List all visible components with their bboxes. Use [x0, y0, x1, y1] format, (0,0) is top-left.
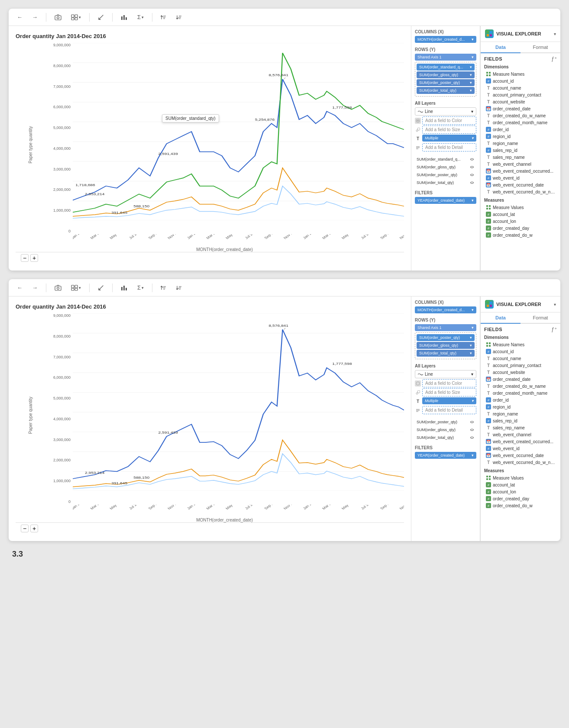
field-web-event-occurred-dow-2[interactable]: T web_event_occurred_do_w_na... [484, 459, 557, 466]
field-order-created-day-2[interactable]: # order_created_day [484, 495, 557, 502]
shared-axis-label-1[interactable]: Shared Axis 1 ▾ [415, 54, 476, 61]
field-account-id-2[interactable]: # account_id [484, 348, 557, 355]
ve-chevron-1[interactable]: ▾ [554, 32, 556, 36]
field-order-created-dow[interactable]: # order_created_do_w [484, 232, 557, 238]
field-account-name-2[interactable]: T account_name [484, 355, 557, 362]
row-gloss-2[interactable]: SUM(order_gloss_qty)▾ [417, 342, 475, 349]
field-web-event-occurred-date[interactable]: 📅 web_event_occurred_date [484, 181, 557, 188]
field-order-created-dow-name[interactable]: T order_created_do_w_name [484, 112, 557, 119]
field-account-website-2[interactable]: T account_website [484, 369, 557, 376]
field-order-created-dow-2[interactable]: # order_created_do_w [484, 502, 557, 509]
shared-axis-label-2[interactable]: Shared Axis 1 ▾ [415, 324, 476, 331]
color-field-1[interactable]: Add a field to Color [422, 116, 476, 125]
layer-type-dropdown-2[interactable]: Line ▾ [415, 370, 476, 378]
field-sales-rep-name[interactable]: T sales_rep_name [484, 154, 557, 161]
field-sales-rep-name-2[interactable]: T sales_rep_name [484, 424, 557, 431]
measure-row-total-1[interactable]: SUM(order_total_qty) [415, 179, 476, 186]
detail-field-1[interactable]: Add a field to Detail [422, 143, 476, 151]
layout-button[interactable]: ▾ [68, 13, 84, 22]
back-button[interactable]: ← [14, 12, 26, 22]
row-standard-1[interactable]: SUM(order_standard_q...▾ [417, 64, 475, 71]
field-web-event-created-occurred-2[interactable]: 📅 web_event_created_occurred... [484, 438, 557, 445]
field-account-primary-contact-2[interactable]: T account_primary_contact [484, 362, 557, 369]
row-poster-2[interactable]: SUM(order_poster_qty)▾ [417, 334, 475, 341]
sort-asc-button-2[interactable] [158, 283, 170, 293]
tab-data-1[interactable]: Data [481, 42, 521, 53]
field-web-event-occurred-dow[interactable]: T web_event_occurred_do_w_na... [484, 188, 557, 195]
row-total-1[interactable]: SUM(order_total_qty)▾ [417, 87, 475, 94]
sort-asc-button[interactable] [158, 13, 170, 22]
ve-chevron-2[interactable]: ▾ [554, 302, 556, 307]
capture-button[interactable] [52, 13, 65, 22]
sort-desc-button[interactable] [173, 13, 185, 22]
field-account-lon-2[interactable]: # account_lon [484, 488, 557, 495]
chart-button-2[interactable] [118, 283, 131, 293]
filter-item-2[interactable]: YEAR(order_created_date) ▾ [415, 452, 476, 459]
sort-desc-button-2[interactable] [173, 283, 185, 293]
size-field-2[interactable]: Add a field to Size [422, 388, 476, 396]
row-poster-1[interactable]: SUM(order_poster_qty)▾ [417, 79, 475, 86]
zoom-out-button-2[interactable]: − [21, 525, 29, 532]
back-button-2[interactable]: ← [14, 283, 26, 293]
zoom-out-button-1[interactable]: − [21, 254, 29, 262]
tab-format-1[interactable]: Format [521, 42, 560, 52]
measure-row-total-2-display[interactable]: SUM(order_total_qty) [415, 434, 476, 441]
field-sales-rep-id-2[interactable]: # sales_rep_id [484, 417, 557, 424]
field-order-created-dow-name-2[interactable]: T order_created_do_w_name [484, 383, 557, 390]
col-item-1[interactable]: MONTH(order_created_d...▾ [415, 36, 476, 43]
sigma-button-2[interactable]: Σ▾ [134, 283, 147, 293]
size-field-1[interactable]: Add a field to Size [422, 126, 476, 134]
pivot-button-2[interactable] [95, 283, 107, 293]
sigma-button[interactable]: Σ▾ [134, 12, 147, 22]
field-account-primary-contact[interactable]: T account_primary_contact [484, 91, 557, 98]
field-region-id-2[interactable]: # region_id [484, 403, 557, 410]
field-web-event-occurred-date-2[interactable]: 📅 web_event_occurred_date [484, 452, 557, 459]
field-account-lat-2[interactable]: # account_lat [484, 481, 557, 488]
field-measure-values[interactable]: Measure Values [484, 204, 557, 211]
zoom-in-button-1[interactable]: + [30, 254, 38, 262]
field-account-lon[interactable]: # account_lon [484, 218, 557, 225]
field-web-event-created-occurred[interactable]: 📅 web_event_created_occurred... [484, 168, 557, 174]
field-account-lat[interactable]: # account_lat [484, 211, 557, 218]
field-measure-names-2[interactable]: Measure Names [484, 341, 557, 348]
col-item-2[interactable]: MONTH(order_created_d...▾ [415, 306, 476, 313]
label-field-2[interactable]: Multiple▾ [422, 397, 476, 404]
field-sales-rep-id[interactable]: # sales_rep_id [484, 147, 557, 154]
measure-row-gloss-1[interactable]: SUM(order_gloss_qty) [415, 164, 476, 171]
row-gloss-1[interactable]: SUM(order_gloss_qty)▾ [417, 71, 475, 78]
filter-item-1[interactable]: YEAR(order_created_date) ▾ [415, 197, 476, 204]
measure-row-std-1[interactable]: SUM(order_standard_q... [415, 156, 476, 163]
layout-button-2[interactable]: ▾ [68, 283, 84, 293]
field-order-id-2[interactable]: # order_id [484, 396, 557, 403]
field-order-created-date-2[interactable]: 📅 order_created_date [484, 376, 557, 383]
field-measure-names[interactable]: Measure Names [484, 71, 557, 77]
layer-type-dropdown-1[interactable]: Line ▾ [415, 107, 476, 116]
forward-button[interactable]: → [29, 12, 41, 22]
field-order-created-month-name[interactable]: T order_created_month_name [484, 119, 557, 126]
measure-row-poster-2-display[interactable]: SUM(order_poster_qty) [415, 419, 476, 425]
measure-row-gloss-2-display[interactable]: SUM(order_gloss_qty) [415, 426, 476, 433]
color-field-2[interactable]: Add a field to Color [422, 379, 476, 387]
field-account-id[interactable]: # account_id [484, 77, 557, 84]
chart-button[interactable] [118, 13, 131, 22]
field-account-website[interactable]: T account_website [484, 98, 557, 105]
field-web-event-id-2[interactable]: # web_event_id [484, 445, 557, 452]
field-order-created-month-name-2[interactable]: T order_created_month_name [484, 390, 557, 396]
detail-field-2[interactable]: Add a field to Detail [422, 406, 476, 414]
field-measure-values-2[interactable]: Measure Values [484, 474, 557, 481]
field-order-created-day[interactable]: # order_created_day [484, 225, 557, 232]
field-web-event-channel-2[interactable]: T web_event_channel [484, 431, 557, 438]
field-region-name[interactable]: T region_name [484, 140, 557, 147]
measure-row-poster-1[interactable]: SUM(order_poster_qty) [415, 171, 476, 178]
fields-search-icon-1[interactable]: ƒ⁺ [551, 56, 557, 62]
field-account-name[interactable]: T account_name [484, 84, 557, 91]
forward-button-2[interactable]: → [29, 283, 41, 293]
pivot-button[interactable] [95, 13, 107, 22]
field-order-id[interactable]: # order_id [484, 126, 557, 133]
tab-data-2[interactable]: Data [481, 312, 521, 324]
row-total-2[interactable]: SUM(order_total_qty)▾ [417, 350, 475, 357]
tab-format-2[interactable]: Format [521, 312, 560, 323]
fields-search-icon-2[interactable]: ƒ⁺ [551, 326, 557, 332]
field-region-name-2[interactable]: T region_name [484, 410, 557, 417]
label-field-1[interactable]: Multiple▾ [422, 135, 476, 142]
